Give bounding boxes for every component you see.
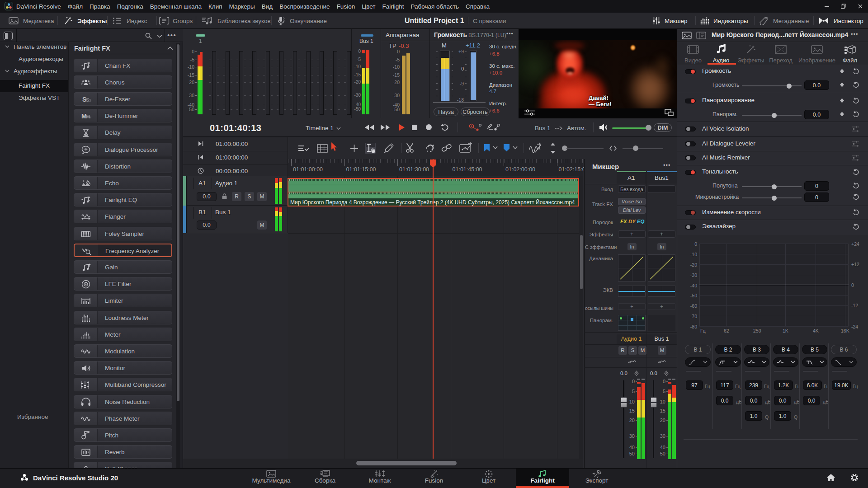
svg-text:S: S	[89, 98, 91, 103]
svg-text:M: M	[89, 115, 91, 119]
